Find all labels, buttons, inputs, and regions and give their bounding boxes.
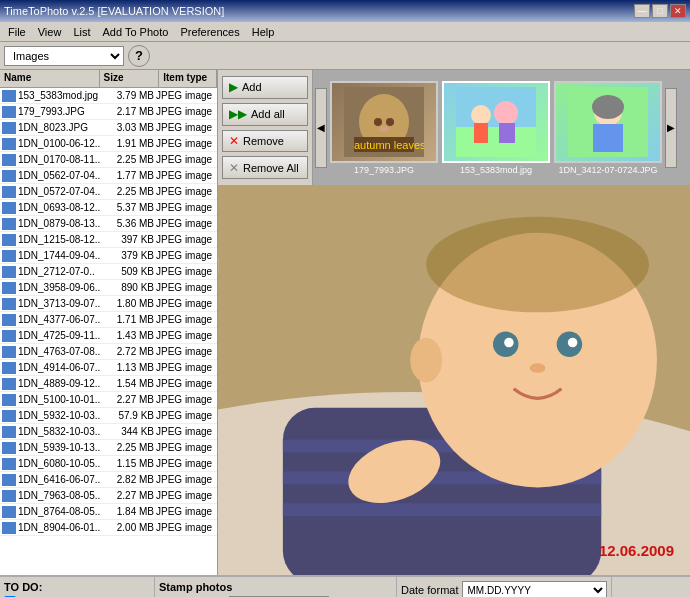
remove-label: Remove [243,135,284,147]
file-name: 1DN_5939-10-13.. [18,442,108,453]
stamp-photos-panel: Stamp photos Text To Photo ★ Size ▲ ▼ Co… [155,577,397,597]
file-row[interactable]: 1DN_6416-06-07.. 2.82 MB JPEG image [0,472,217,488]
remove-all-icon: ✕ [229,161,239,175]
date-format-select[interactable]: MM.DD.YYYY [462,581,607,597]
svg-rect-10 [456,127,536,157]
file-row[interactable]: 1DN_0100-06-12.. 1.91 MB JPEG image [0,136,217,152]
file-type: JPEG image [156,250,214,261]
file-row[interactable]: 1DN_7963-08-05.. 2.27 MB JPEG image [0,488,217,504]
file-name: 1DN_0879-08-13.. [18,218,108,229]
file-row[interactable]: 1DN_0879-08-13.. 5.36 MB JPEG image [0,216,217,232]
file-type: JPEG image [156,506,214,517]
close-button[interactable]: ✕ [670,4,686,18]
file-row[interactable]: 1DN_2712-07-0.. 509 KB JPEG image [0,264,217,280]
file-row[interactable]: 1DN_4377-06-07.. 1.71 MB JPEG image [0,312,217,328]
file-row[interactable]: 1DN_1744-09-04.. 379 KB JPEG image [0,248,217,264]
main-content: Name Size Item type 153_5383mod.jpg 3.79… [0,70,690,575]
file-row[interactable]: 153_5383mod.jpg 3.79 MB JPEG image [0,88,217,104]
file-type: JPEG image [156,218,214,229]
file-icon [2,218,16,230]
file-row[interactable]: 1DN_8904-06-01.. 2.00 MB JPEG image [0,520,217,536]
file-icon [2,362,16,374]
add-button[interactable]: ▶ Add [222,76,308,99]
remove-button[interactable]: ✕ Remove [222,130,308,153]
thumbnail-1[interactable]: autumn leaves 179_7993.JPG [329,81,439,175]
maximize-button[interactable]: □ [652,4,668,18]
svg-rect-17 [593,124,623,152]
file-icon [2,170,16,182]
stamp-title: Stamp photos [159,581,392,593]
file-type: JPEG image [156,474,214,485]
remove-all-button[interactable]: ✕ Remove All [222,156,308,179]
titlebar: TimeToPhoto v.2.5 [EVALUATION VERSION] —… [0,0,690,22]
file-row[interactable]: 1DN_3958-09-06.. 890 KB JPEG image [0,280,217,296]
help-icon-button[interactable]: ? [128,45,150,67]
file-row[interactable]: 1DN_0170-08-11.. 2.25 MB JPEG image [0,152,217,168]
file-size: 1.15 MB [108,458,156,469]
minimize-button[interactable]: — [634,4,650,18]
file-row[interactable]: 1DN_4889-09-12.. 1.54 MB JPEG image [0,376,217,392]
file-row[interactable]: 1DN_5100-10-01.. 2.27 MB JPEG image [0,392,217,408]
svg-text:autumn leaves: autumn leaves [354,139,424,151]
thumb-image-1: autumn leaves [332,83,436,161]
file-type: JPEG image [156,154,214,165]
action-buttons-col: ▶ Add ▶▶ Add all ✕ Remove ✕ Remove All [218,70,313,185]
menu-help[interactable]: Help [246,24,281,40]
file-size: 3.79 MB [108,90,156,101]
svg-point-31 [410,338,442,383]
file-size: 2.72 MB [108,346,156,357]
file-row[interactable]: 1DN_8764-08-05.. 1.84 MB JPEG image [0,504,217,520]
menu-add-to-photo[interactable]: Add To Photo [97,24,175,40]
file-row[interactable]: 179_7993.JPG 2.17 MB JPEG image [0,104,217,120]
menu-list[interactable]: List [67,24,96,40]
file-name: 1DN_5932-10-03.. [18,410,108,421]
file-icon [2,154,16,166]
file-type: JPEG image [156,458,214,469]
thumb-box-2 [442,81,550,163]
file-name: 1DN_4889-09-12.. [18,378,108,389]
file-row[interactable]: 1DN_0562-07-04.. 1.77 MB JPEG image [0,168,217,184]
thumb-nav-left[interactable]: ◀ [315,88,327,168]
file-size: 5.37 MB [108,202,156,213]
file-name: 1DN_3713-09-07.. [18,298,108,309]
file-name: 1DN_8904-06-01.. [18,522,108,533]
logo-section: SnapFiles [612,577,690,597]
file-row[interactable]: 1DN_4725-09-11.. 1.43 MB JPEG image [0,328,217,344]
menu-preferences[interactable]: Preferences [174,24,245,40]
file-icon [2,490,16,502]
remove-icon: ✕ [229,134,239,148]
view-dropdown[interactable]: Images [4,46,124,66]
file-row[interactable]: 1DN_4914-06-07.. 1.13 MB JPEG image [0,360,217,376]
todo-label: TO DO: [4,581,150,593]
file-list-panel: Name Size Item type 153_5383mod.jpg 3.79… [0,70,218,575]
thumb-name-2: 153_5383mod.jpg [460,165,532,175]
file-row[interactable]: 1DN_5932-10-03.. 57.9 KB JPEG image [0,408,217,424]
file-row[interactable]: 1DN_6080-10-05.. 1.15 MB JPEG image [0,456,217,472]
file-list-body[interactable]: 153_5383mod.jpg 3.79 MB JPEG image 179_7… [0,88,217,575]
file-type: JPEG image [156,362,214,373]
file-size: 5.36 MB [108,218,156,229]
date-format-section: Date format MM.DD.YYYY Include Photo Dat… [397,577,612,597]
thumbnail-3[interactable]: 1DN_3412-07-0724.JPG [553,81,663,175]
file-row[interactable]: 1DN_0693-08-12.. 5.37 MB JPEG image [0,200,217,216]
file-size: 2.17 MB [108,106,156,117]
file-size: 1.71 MB [108,314,156,325]
thumbnail-2[interactable]: 153_5383mod.jpg [441,81,551,175]
menu-file[interactable]: File [2,24,32,40]
todo-section: TO DO: Stamp photos Rename/Sort photos ▶… [0,577,155,597]
file-name: 153_5383mod.jpg [18,90,108,101]
file-row[interactable]: 1DN_5939-10-13.. 2.25 MB JPEG image [0,440,217,456]
file-row[interactable]: 1DN_0572-07-04.. 2.25 MB JPEG image [0,184,217,200]
file-row[interactable]: 1DN_8023.JPG 3.03 MB JPEG image [0,120,217,136]
file-icon [2,298,16,310]
add-all-button[interactable]: ▶▶ Add all [222,103,308,126]
file-size: 2.00 MB [108,522,156,533]
file-row[interactable]: 1DN_3713-09-07.. 1.80 MB JPEG image [0,296,217,312]
file-icon [2,202,16,214]
file-row[interactable]: 1DN_1215-08-12.. 397 KB JPEG image [0,232,217,248]
file-row[interactable]: 1DN_4763-07-08.. 2.72 MB JPEG image [0,344,217,360]
file-icon [2,282,16,294]
thumb-nav-right[interactable]: ▶ [665,88,677,168]
file-row[interactable]: 1DN_5832-10-03.. 344 KB JPEG image [0,424,217,440]
menu-view[interactable]: View [32,24,68,40]
